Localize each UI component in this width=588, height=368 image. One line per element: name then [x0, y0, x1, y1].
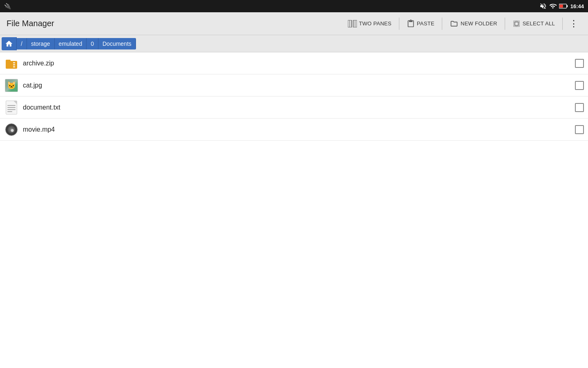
- svg-rect-10: [13, 62, 15, 63]
- list-item[interactable]: movie.mp4: [0, 119, 588, 141]
- breadcrumb-home[interactable]: [2, 37, 17, 50]
- new-folder-icon: [450, 20, 459, 28]
- cat-image-icon: [5, 79, 18, 92]
- select-all-icon: [512, 20, 521, 28]
- select-all-label: SELECT ALL: [523, 20, 555, 27]
- breadcrumb-zero[interactable]: 0: [87, 38, 98, 49]
- new-folder-button[interactable]: NEW FOLDER: [445, 17, 501, 30]
- disc-inner: [11, 129, 14, 132]
- divider-3: [505, 18, 505, 30]
- document-icon: [6, 101, 17, 114]
- two-panes-icon: [348, 20, 357, 27]
- document-lines: [7, 105, 16, 112]
- wifi-icon: [549, 2, 557, 10]
- svg-rect-2: [559, 4, 563, 8]
- svg-rect-12: [13, 66, 15, 67]
- mp4-file-icon: [4, 122, 19, 137]
- file-list: archive.zip cat.jpg document.txt: [0, 52, 588, 141]
- list-item[interactable]: cat.jpg: [0, 74, 588, 96]
- svg-rect-11: [13, 64, 15, 65]
- more-options-button[interactable]: ⋮: [566, 18, 581, 30]
- archive-icon: [5, 57, 18, 70]
- two-panes-label: TWO PANES: [359, 20, 392, 27]
- breadcrumb-storage[interactable]: storage: [27, 38, 55, 49]
- disc-outer: [5, 123, 18, 136]
- toolbar-actions: TWO PANES PASTE NEW FOLDER SELECT ALL: [344, 17, 581, 31]
- toolbar: File Manager TWO PANES PASTE: [0, 12, 588, 35]
- new-folder-label: NEW FOLDER: [461, 20, 497, 27]
- status-bar: 🔌 16:44: [0, 0, 588, 12]
- paste-icon: [407, 19, 415, 28]
- mute-icon: [539, 2, 547, 10]
- text-line: [7, 105, 16, 106]
- status-bar-left: 🔌: [4, 3, 11, 9]
- movie-icon: [5, 123, 18, 136]
- select-all-button[interactable]: SELECT ALL: [508, 17, 559, 30]
- breadcrumb-bar: / storage emulated 0 Documents: [0, 35, 588, 52]
- text-line: [7, 107, 16, 108]
- list-item[interactable]: document.txt: [0, 96, 588, 119]
- divider-2: [442, 18, 442, 30]
- paste-label: PASTE: [417, 20, 434, 27]
- file-name: archive.zip: [23, 60, 575, 67]
- divider-1: [399, 18, 399, 30]
- svg-rect-9: [6, 60, 11, 62]
- list-item[interactable]: archive.zip: [0, 52, 588, 74]
- svg-rect-7: [514, 22, 518, 25]
- clock: 16:44: [570, 3, 584, 9]
- txt-file-icon: [4, 100, 19, 115]
- file-checkbox[interactable]: [575, 59, 584, 68]
- paste-button[interactable]: PASTE: [403, 17, 439, 31]
- file-checkbox[interactable]: [575, 81, 584, 90]
- breadcrumb-emulated[interactable]: emulated: [55, 38, 87, 49]
- svg-rect-1: [566, 5, 568, 7]
- file-checkbox[interactable]: [575, 125, 584, 134]
- usb-icon: 🔌: [4, 3, 11, 9]
- home-icon: [5, 40, 13, 48]
- zip-file-icon: [4, 56, 19, 71]
- file-name: movie.mp4: [23, 126, 575, 133]
- file-name: cat.jpg: [23, 82, 575, 89]
- status-bar-right: 16:44: [539, 2, 584, 10]
- battery-icon: [559, 3, 568, 9]
- text-line: [7, 109, 16, 110]
- two-panes-button[interactable]: TWO PANES: [344, 18, 396, 30]
- file-checkbox[interactable]: [575, 103, 584, 112]
- text-line: [7, 111, 12, 112]
- app-title: File Manager: [7, 19, 344, 28]
- file-name: document.txt: [23, 104, 575, 111]
- divider-4: [562, 18, 563, 30]
- breadcrumb-documents[interactable]: Documents: [98, 38, 136, 49]
- breadcrumb-root[interactable]: /: [17, 38, 27, 49]
- jpg-file-icon: [4, 78, 19, 93]
